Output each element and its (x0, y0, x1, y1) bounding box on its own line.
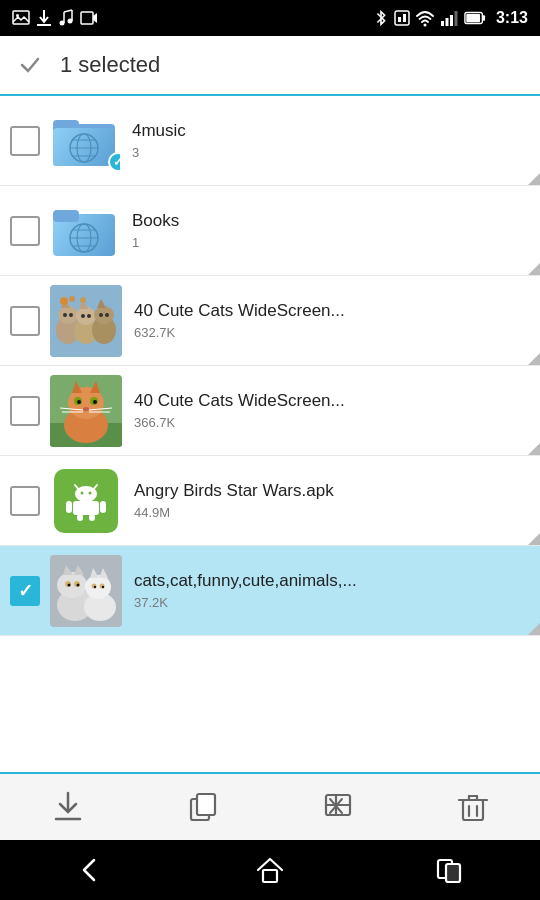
svg-point-7 (60, 21, 65, 26)
svg-rect-17 (450, 15, 453, 26)
item-size-cats1: 632.7K (134, 325, 530, 340)
svg-rect-78 (73, 501, 99, 515)
item-arrow-apk (528, 533, 540, 545)
svg-point-52 (87, 314, 91, 318)
svg-point-51 (81, 314, 85, 318)
svg-point-54 (105, 313, 109, 317)
svg-point-95 (77, 583, 80, 586)
svg-point-94 (68, 583, 71, 586)
svg-point-68 (83, 407, 89, 411)
svg-point-77 (89, 491, 92, 494)
apk-icon (54, 469, 118, 533)
item-thumbnail-books (50, 196, 120, 266)
item-checkbox-cats2[interactable] (10, 396, 40, 426)
svg-rect-80 (100, 501, 106, 513)
item-name-apk: Angry Birds Star Wars.apk (134, 481, 530, 501)
item-name-books: Books (132, 211, 530, 231)
back-button[interactable] (65, 845, 115, 895)
home-button[interactable] (245, 845, 295, 895)
svg-line-4 (64, 10, 72, 12)
item-arrow-4music (528, 173, 540, 185)
svg-point-99 (102, 585, 104, 587)
svg-point-87 (85, 575, 111, 599)
svg-rect-11 (395, 11, 409, 25)
item-arrow-cats-selected (528, 623, 540, 635)
download-button[interactable] (43, 782, 93, 832)
item-thumbnail-cats2 (50, 375, 122, 447)
item-checkbox-apk[interactable] (10, 486, 40, 516)
bottom-toolbar (0, 772, 540, 840)
cut-button[interactable] (313, 782, 363, 832)
item-name-cats1: 40 Cute Cats WideScreen... (134, 301, 530, 321)
svg-point-76 (81, 491, 84, 494)
svg-point-8 (68, 19, 73, 24)
svg-rect-16 (445, 18, 448, 26)
signal-icon (440, 9, 458, 27)
recent-button[interactable] (425, 845, 475, 895)
svg-point-43 (58, 306, 78, 324)
item-checkbox-books[interactable] (10, 216, 40, 246)
item-thumbnail-cats-selected (50, 555, 122, 627)
status-bar: 3:13 (0, 0, 540, 36)
item-checkbox-4music[interactable] (10, 126, 40, 156)
svg-rect-33 (53, 210, 79, 222)
status-icons-right: 3:13 (374, 9, 528, 27)
svg-rect-13 (403, 14, 406, 22)
svg-point-86 (57, 572, 87, 598)
svg-rect-12 (398, 17, 401, 22)
svg-point-98 (94, 585, 96, 587)
image-icon (12, 9, 30, 27)
svg-rect-118 (446, 864, 460, 882)
item-info-cats1: 40 Cute Cats WideScreen... 632.7K (134, 301, 530, 340)
video-icon (80, 9, 98, 27)
svg-rect-18 (454, 11, 457, 26)
badge-check-4music: ✓ (108, 152, 120, 172)
sim-icon (394, 9, 410, 27)
item-thumbnail-4music: ✓ (50, 106, 120, 176)
item-name-4music: 4music (132, 121, 530, 141)
svg-rect-103 (197, 794, 215, 815)
svg-rect-81 (77, 514, 83, 521)
item-size-books: 1 (132, 235, 530, 250)
list-item[interactable]: ✓ 4music 3 (0, 96, 540, 186)
svg-point-14 (423, 24, 426, 27)
list-item[interactable]: Angry Birds Star Wars.apk 44.9M (0, 456, 540, 546)
music-icon (58, 9, 74, 27)
battery-icon (464, 11, 486, 25)
list-item[interactable]: 40 Cute Cats WideScreen... 366.7K (0, 366, 540, 456)
svg-rect-20 (482, 15, 485, 21)
list-item[interactable]: 40 Cute Cats WideScreen... 632.7K (0, 276, 540, 366)
item-info-cats-selected: cats,cat,funny,cute,animals,... 37.2K (134, 571, 530, 610)
file-list: ✓ 4music 3 (0, 96, 540, 772)
item-info-cats2: 40 Cute Cats WideScreen... 366.7K (134, 391, 530, 430)
item-arrow-cats1 (528, 353, 540, 365)
wifi-icon (416, 9, 434, 27)
svg-point-53 (99, 313, 103, 317)
svg-point-55 (60, 297, 68, 305)
svg-point-56 (69, 296, 75, 302)
list-item[interactable]: cats,cat,funny,cute,animals,... 37.2K (0, 546, 540, 636)
svg-point-75 (75, 486, 97, 502)
header-check-icon[interactable] (16, 51, 44, 79)
item-checkbox-cats-selected[interactable] (10, 576, 40, 606)
item-arrow-cats2 (528, 443, 540, 455)
list-item[interactable]: Books 1 (0, 186, 540, 276)
header: 1 selected (0, 36, 540, 96)
item-arrow-books (528, 263, 540, 275)
svg-point-45 (94, 306, 114, 324)
svg-rect-9 (81, 12, 93, 24)
copy-button[interactable] (178, 782, 228, 832)
svg-rect-21 (466, 14, 480, 22)
svg-point-49 (63, 313, 67, 317)
delete-button[interactable] (448, 782, 498, 832)
status-icons-left (12, 9, 98, 27)
download-icon (36, 9, 52, 27)
svg-rect-79 (66, 501, 72, 513)
nav-bar (0, 840, 540, 900)
item-name-cats2: 40 Cute Cats WideScreen... (134, 391, 530, 411)
svg-rect-82 (89, 514, 95, 521)
item-thumbnail-apk (50, 465, 122, 537)
item-thumbnail-cats1 (50, 285, 122, 357)
item-size-apk: 44.9M (134, 505, 530, 520)
item-checkbox-cats1[interactable] (10, 306, 40, 336)
